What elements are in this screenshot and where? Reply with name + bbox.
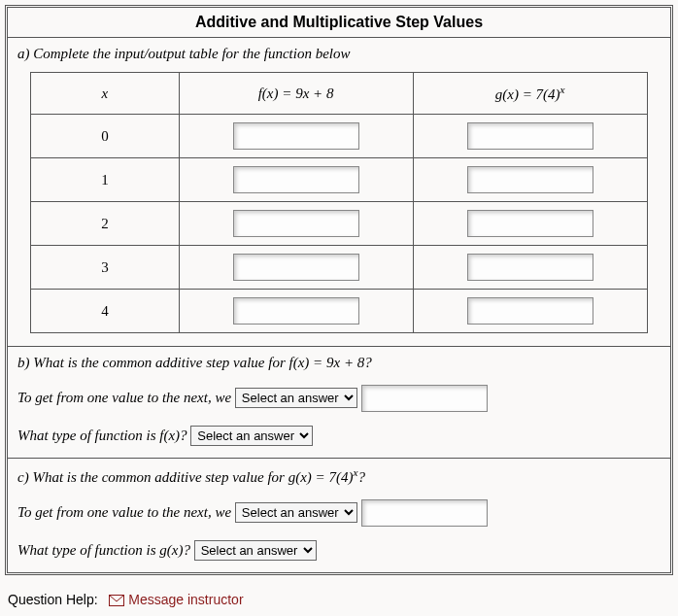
x-cell: 2 — [31, 202, 179, 246]
header-x: x — [102, 86, 109, 101]
f-input-0[interactable] — [233, 122, 359, 150]
part-a-prompt: a) Complete the input/output table for t… — [17, 46, 661, 62]
table-header-row: x f(x) = 9x + 8 g(x) = 7(4)x — [31, 73, 648, 115]
table-row: 1 — [31, 158, 648, 202]
g-input-2[interactable] — [467, 210, 593, 237]
part-c-prompt: c) What is the common additive step valu… — [17, 466, 661, 486]
table-row: 2 — [31, 202, 648, 246]
f-input-3[interactable] — [233, 254, 359, 281]
x-cell: 0 — [31, 115, 179, 158]
g-input-0[interactable] — [467, 122, 593, 150]
part-b-select-type[interactable]: Select an answer — [190, 426, 313, 446]
message-instructor-link[interactable]: Message instructor — [109, 592, 243, 607]
help-label: Question Help: — [8, 592, 98, 607]
part-b-line2: What type of function is f(x)? Select an… — [17, 426, 661, 446]
g-input-3[interactable] — [467, 254, 593, 281]
part-a: a) Complete the input/output table for t… — [8, 38, 670, 347]
x-cell: 3 — [31, 246, 179, 290]
header-g: g(x) = 7(4)x — [495, 86, 565, 102]
table-row: 4 — [31, 290, 648, 333]
table-row: 3 — [31, 246, 648, 290]
x-cell: 1 — [31, 158, 179, 202]
part-b: b) What is the common additive step valu… — [8, 347, 670, 459]
part-c-value-input[interactable] — [361, 499, 488, 527]
part-c-select-type[interactable]: Select an answer — [194, 540, 317, 561]
f-input-1[interactable] — [233, 166, 359, 193]
part-b-select-operation[interactable]: Select an answer — [235, 388, 357, 408]
help-row: Question Help: Message instructor — [0, 580, 678, 616]
part-c-line1: To get from one value to the next, we Se… — [17, 499, 661, 527]
table-row: 0 — [31, 115, 648, 158]
io-table: x f(x) = 9x + 8 g(x) = 7(4)x 0 1 2 — [30, 72, 648, 333]
part-c-select-operation[interactable]: Select an answer — [235, 502, 357, 523]
header-f: f(x) = 9x + 8 — [258, 86, 334, 101]
envelope-icon — [109, 595, 124, 606]
part-b-value-input[interactable] — [361, 385, 488, 412]
f-input-4[interactable] — [233, 297, 359, 325]
part-c: c) What is the common additive step valu… — [8, 459, 670, 572]
part-b-prompt: b) What is the common additive step valu… — [17, 355, 661, 371]
g-input-4[interactable] — [467, 297, 593, 325]
question-title: Additive and Multiplicative Step Values — [8, 8, 670, 38]
x-cell: 4 — [31, 290, 179, 333]
part-c-line2: What type of function is g(x)? Select an… — [17, 540, 661, 561]
part-b-line1: To get from one value to the next, we Se… — [17, 385, 661, 412]
g-input-1[interactable] — [467, 166, 593, 193]
question-container: Additive and Multiplicative Step Values … — [5, 5, 673, 575]
f-input-2[interactable] — [233, 210, 359, 237]
